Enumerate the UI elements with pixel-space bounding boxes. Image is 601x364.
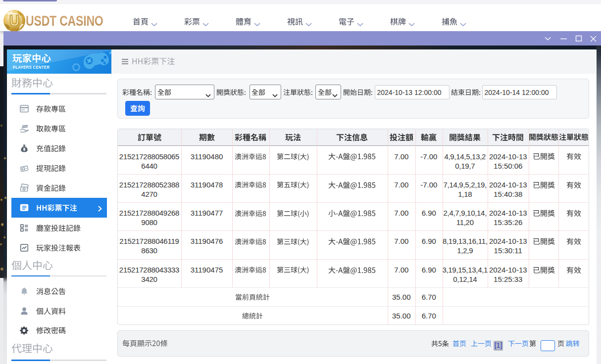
svg-text:Casino: Casino: [10, 27, 18, 30]
